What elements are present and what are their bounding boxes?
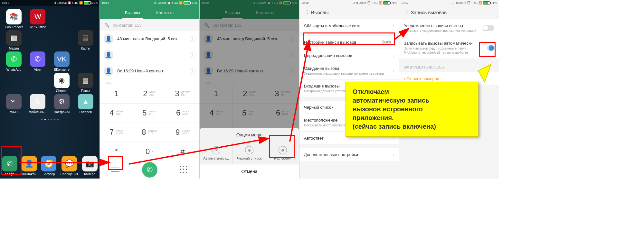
key-5[interactable]: 5МНОПJKL [133,104,166,123]
app-Настройки[interactable]: ⚙Настройки [51,94,73,114]
menu-button[interactable] [111,166,119,174]
key-#[interactable]: # [166,142,199,161]
search-input[interactable]: 🔍 Контактов: 153 [100,19,199,31]
toggle-switch[interactable] [487,45,494,51]
settings-header: 〈 Вызовы [299,6,399,19]
dock-Контакты[interactable]: 👤Контакты [22,156,37,176]
options-menu: Опции меню IPАвтоматическ...⊘Черный спис… [200,128,299,179]
instruction-callout: Отключаем автоматическую запись вызовов … [346,82,478,137]
key-3[interactable]: 3ДЕЁЖЗDEF [166,84,199,104]
dialpad-toggle[interactable] [180,166,188,174]
menu-item[interactable]: ⚙Настройки [266,142,299,164]
app-ВКонтакте[interactable]: VKВКонтакте [51,51,73,71]
setting-item[interactable]: Настройки записи вызововВыкл› [299,36,399,49]
info-icon[interactable]: i [190,36,195,42]
app-Галерея[interactable]: ▲Галерея [74,94,97,114]
app- [3,73,25,93]
key-4[interactable]: 4ИЙКЛGHI [100,104,133,123]
home-screen: 10:12 ..ıl 0,00K/с ⏰ ↕ 4G 📶 71% 📚Cool Re… [0,0,100,179]
setting-item[interactable]: Дополнительные настройки› [299,148,399,161]
search-icon: 🔍 [104,23,109,28]
key-2[interactable]: 2АБВГABC [133,84,166,104]
key-*[interactable]: * [100,142,133,161]
page-title: Вызовы [311,10,329,15]
call-log-item[interactable]: 👤48 мин. назад Входящий: 5 сек.i [100,31,199,47]
app-Cool Reader[interactable]: 📚Cool Reader [3,9,25,29]
page-indicator [0,119,99,120]
call-log-item[interactable]: 👤...i [100,47,199,63]
app- [26,30,49,50]
menu-item[interactable]: ⊘Черный список [233,142,266,164]
info-icon[interactable]: i [190,52,195,58]
call-log-item[interactable]: 👤Вс 16:29 Новый контактi [100,63,199,79]
app-Viber[interactable]: ✆Viber [26,51,49,71]
dock-Браузер[interactable]: 🧭Браузер [41,156,56,176]
section-header: ЗАПИСЫВАТЬ ВЫЗОВЫ [399,62,499,72]
settings-header: 〈 Запись вызовов [399,6,499,19]
setting-item[interactable]: Ожидание вызоваУведомлять о входящих выз… [299,62,399,80]
key-6[interactable]: 6РСТУMNO [166,104,199,123]
app-Папка[interactable]: ▦Папка [74,73,97,93]
app-WPS Office[interactable]: WWPS Office [26,9,49,29]
menu-title: Опции меню [200,128,299,142]
app- [74,51,97,71]
call-button[interactable]: ✆ [142,162,157,178]
tab-calls[interactable]: Вызовы [125,10,140,15]
dock-Телефон[interactable]: ✆Телефон [2,156,17,176]
dialer-menu-screen: 10:12 ..ıl0,00K/с⏰ ↕4G📶71% Вызовы Контак… [200,0,299,179]
key-8[interactable]: 8ШЩЪЫTUV [133,123,166,142]
setting-item[interactable]: Переадресация вызовов› [299,49,399,62]
app-WhatsApp[interactable]: ✆WhatsApp [3,51,25,71]
status-bar: 10:12 ..ıl0,00K/с⏰ ↕4G📶71% [399,0,499,6]
battery-icon [84,1,91,5]
app-Мобильны...[interactable]: ⇅Мобильны... [26,94,49,114]
status-bar: 10:12 ..ıl 0,00K/с ⏰ ↕ 4G 📶 71% [0,0,99,6]
setting-toggle-item[interactable]: Уведомление о записи вызоваПоказывать ув… [399,19,499,37]
dial-keypad: 12АБВГABC3ДЕЁЖЗDEF4ИЙКЛGHI5МНОПJKL6РСТУM… [100,84,199,161]
app- [74,9,97,29]
clock: 10:12 [2,0,9,6]
dialer-bottom-bar: ✆ [100,161,199,179]
toggle-switch[interactable] [483,25,494,31]
app-Chrome[interactable]: ◉Chrome [51,73,73,93]
page-title: Запись вызовов [411,10,447,15]
setting-item[interactable]: SIM карты и мобильные сети› [299,19,399,32]
app- [51,30,73,50]
back-button[interactable]: 〈 [403,9,408,16]
tab-contacts[interactable]: Контакты [156,10,174,15]
app- [26,73,49,93]
dock-Сообщения[interactable]: 💬Сообщения [61,156,78,176]
status-bar: 10:12 ..ıl0,00K/с⏰ ↕4G📶71% [100,0,199,6]
key-0[interactable]: 0+ [133,142,166,161]
dialer-screen: 10:12 ..ıl0,00K/с⏰ ↕4G📶71% Вызовы Контак… [100,0,200,179]
menu-item[interactable]: IPАвтоматическ... [200,142,233,164]
app-Карты[interactable]: ▦Карты [74,30,97,50]
cancel-button[interactable]: Отмена [200,164,299,179]
key-9[interactable]: 9ЬЭЮЯWXYZ [166,123,199,142]
app- [51,9,73,29]
dock-Камера[interactable]: 📷Камера [82,156,98,176]
key-1[interactable]: 1 [100,84,133,104]
key-7[interactable]: 7ФХЦЧPQRS [100,123,133,142]
back-button[interactable]: 〈 [303,9,308,16]
info-icon[interactable]: i [190,68,195,74]
setting-toggle-item[interactable]: Записывать вызовы автоматическиЗаписи вы… [399,37,499,59]
dialer-tabs: Вызовы Контакты [100,6,199,19]
app-Wi-Fi[interactable]: ᯤWi-Fi [3,94,25,114]
app-Медиа[interactable]: ▦Медиа [3,30,25,50]
status-bar: 10:12 ..ıl0,00K/с⏰ ↕4G📶71% [299,0,399,6]
